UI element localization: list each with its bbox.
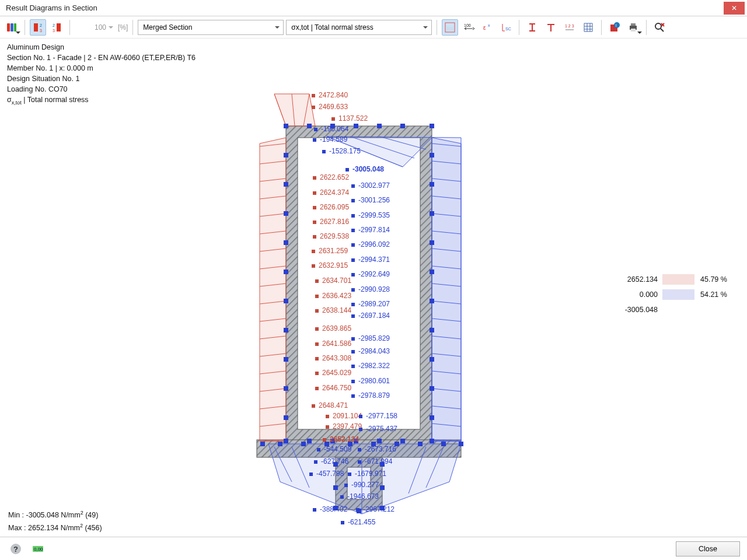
svg-rect-2 [14, 23, 16, 32]
section-select[interactable]: Merged Section [138, 20, 284, 35]
view-100-button[interactable]: 100 [460, 19, 477, 36]
svg-text:100: 100 [464, 23, 471, 27]
value-marker [312, 94, 315, 97]
section-part-1-button[interactable]: 23 [30, 19, 46, 36]
value-marker [317, 448, 320, 452]
view-fill-button[interactable] [442, 19, 458, 36]
legend-swatch-pos [662, 274, 694, 285]
svg-rect-106 [430, 153, 434, 158]
search-cancel-button[interactable] [651, 19, 668, 36]
stress-value: 2629.538 [320, 232, 349, 240]
grid-button[interactable] [580, 19, 596, 36]
svg-rect-90 [307, 439, 312, 443]
view-sigma-button[interactable]: εx [479, 19, 495, 36]
stress-value: -1946.673 [347, 492, 379, 501]
stress-value: -388.402 [320, 505, 347, 513]
svg-rect-6 [57, 23, 61, 32]
value-marker [351, 243, 355, 247]
svg-rect-117 [278, 442, 282, 446]
stress-value: 2638.144 [322, 306, 351, 314]
value-marker [313, 220, 316, 224]
scale-percent-input[interactable]: 100 [75, 23, 116, 32]
svg-rect-105 [284, 415, 288, 420]
stress-value: 2636.423 [322, 292, 351, 300]
svg-rect-101 [284, 299, 288, 303]
legend-zero: 0.000 [610, 290, 662, 299]
stress-value: -990.277 [351, 481, 379, 489]
stress-value: -621.455 [348, 518, 375, 526]
svg-text:3: 3 [53, 29, 55, 33]
value-marker [309, 473, 313, 476]
value-marker [340, 495, 344, 499]
svg-text:ε: ε [483, 24, 486, 31]
diagram-content: Aluminum Design Section No. 1 - Facade |… [0, 38, 747, 537]
svg-rect-96 [284, 153, 288, 158]
svg-rect-88 [430, 124, 434, 128]
value-marker [313, 176, 316, 180]
value-marker [358, 460, 361, 464]
window-close-button[interactable]: ✕ [724, 2, 745, 15]
svg-rect-93 [377, 439, 382, 443]
value-marker [351, 199, 355, 202]
stress-value: -2994.371 [358, 256, 390, 264]
section-i-button[interactable] [524, 19, 540, 36]
stress-value: -2967.212 [363, 505, 395, 513]
section-part-2-button[interactable]: 23 [48, 19, 65, 36]
value-marker [313, 508, 316, 512]
svg-rect-87 [400, 124, 405, 128]
svg-rect-94 [400, 439, 405, 443]
value-marker [351, 273, 355, 276]
stress-value: 2634.701 [322, 276, 351, 285]
svg-rect-108 [430, 211, 434, 216]
numbers-123-button[interactable]: 1 2 3 [561, 19, 578, 36]
value-marker [331, 117, 335, 121]
legend-pct-neg: 54.21 % [700, 290, 735, 299]
svg-rect-83 [307, 124, 312, 128]
close-button[interactable]: Close [676, 541, 740, 556]
help-button[interactable]: ? [7, 541, 25, 557]
stress-value: 2639.865 [322, 324, 351, 332]
stress-value: -2982.322 [358, 362, 390, 370]
stress-type-select[interactable]: σx,tot | Total normal stress [286, 20, 432, 35]
svg-point-17 [614, 22, 620, 28]
stress-value: -1679.971 [355, 470, 386, 478]
info-button[interactable]: i [606, 19, 623, 36]
value-marker [315, 342, 319, 346]
value-marker [351, 365, 355, 368]
legend-max: 2652.134 [610, 275, 662, 284]
print-button[interactable] [625, 19, 641, 36]
stress-value: 2641.586 [322, 340, 351, 348]
svg-marker-76 [268, 444, 461, 514]
legend-swatch-neg [662, 289, 694, 300]
min-max-block: Min : -3005.048 N/mm2 (49) Max : 2652.13… [8, 508, 102, 533]
stress-value: 2624.374 [320, 188, 349, 197]
value-marker [312, 404, 315, 408]
diagram-type-button[interactable] [4, 19, 20, 36]
units-button[interactable]: 0,00 [29, 541, 47, 557]
view-sc-button[interactable]: SC [498, 19, 514, 36]
svg-rect-85 [354, 124, 358, 128]
value-marker [313, 206, 316, 209]
svg-rect-100 [284, 270, 288, 274]
stress-value: -2989.207 [358, 300, 390, 308]
value-marker [315, 327, 319, 331]
svg-rect-116 [260, 442, 265, 446]
stress-value: -194.589 [320, 135, 347, 144]
value-marker [312, 264, 315, 268]
stress-value: -2977.158 [366, 412, 397, 420]
window-title: Result Diagrams in Section [6, 4, 97, 12]
stress-value: 2472.840 [319, 91, 348, 99]
stress-value: 2631.259 [319, 247, 348, 255]
svg-text:2: 2 [53, 23, 55, 27]
svg-text:x: x [488, 23, 490, 27]
stress-value: 2632.915 [319, 261, 348, 270]
svg-point-22 [655, 23, 661, 29]
value-marker [358, 448, 361, 452]
value-marker [314, 460, 317, 464]
svg-rect-86 [377, 124, 382, 128]
value-marker [351, 394, 355, 398]
value-marker [312, 106, 315, 109]
section-t-button[interactable] [543, 19, 559, 36]
stress-value: 2469.633 [319, 103, 348, 111]
stress-value: 2652.134 [330, 435, 359, 443]
